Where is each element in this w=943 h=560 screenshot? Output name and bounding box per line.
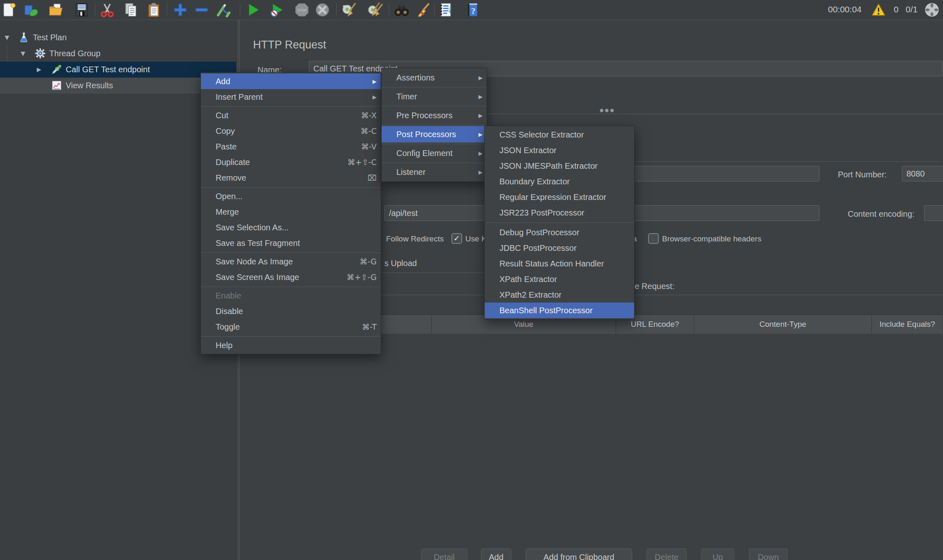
menu-item-label: JDBC PostProcessor — [499, 243, 630, 253]
tree-item-label: Test Plan — [33, 30, 67, 46]
delete-button[interactable]: Delete — [646, 549, 687, 560]
function-helper-icon[interactable] — [438, 2, 453, 18]
menu-item-label: Result Status Action Handler — [499, 259, 630, 269]
submenu-arrow-icon: ▶ — [478, 112, 483, 119]
menu-item-result-status-action-handler[interactable]: Result Status Action Handler — [485, 256, 634, 271]
files-upload-tab[interactable]: s Upload — [384, 259, 417, 268]
tree-item-test-plan[interactable]: ▼Test Plan — [0, 30, 236, 46]
menu-add-submenu: Assertions▶Timer▶Pre Processors▶Post Pro… — [381, 68, 487, 182]
menu-item-remove[interactable]: Remove⌧ — [201, 170, 381, 186]
menu-item-insert-parent[interactable]: Insert Parent▶ — [201, 89, 381, 105]
start-icon[interactable] — [246, 2, 261, 18]
menu-item-regular-expression-extractor[interactable]: Regular Expression Extractor — [485, 189, 634, 205]
menu-context: Add▶Insert Parent▶Cut⌘-XCopy⌘-CPaste⌘-VD… — [200, 72, 381, 354]
menu-item-beanshell-postprocessor[interactable]: BeanShell PostProcessor — [485, 303, 634, 318]
splitter-collapse-handle[interactable]: ●●● — [600, 108, 615, 113]
search-icon[interactable] — [394, 2, 409, 18]
menu-item-xpath-extractor[interactable]: XPath Extractor — [485, 271, 634, 287]
port-number-field[interactable]: 8080 — [902, 166, 943, 181]
new-file-icon[interactable] — [1, 2, 16, 18]
tree-expand-arrow-icon[interactable]: ▶ — [34, 62, 44, 78]
menu-item-xpath2-extractor[interactable]: XPath2 Extractor — [485, 287, 634, 303]
tab-underline — [382, 273, 485, 273]
menu-item-label: JSON JMESPath Extractor — [499, 161, 630, 171]
menu-item-post-processors[interactable]: Post Processors▶ — [382, 126, 487, 142]
test-state-indicator-icon[interactable] — [924, 2, 940, 18]
content-encoding-field[interactable] — [924, 205, 943, 221]
menu-item-debug-postprocessor[interactable]: Debug PostProcessor — [485, 225, 634, 240]
menu-item-save-screen-as-image[interactable]: Save Screen As Image⌘+⇧-G — [201, 269, 381, 285]
param-header-include-equals[interactable]: Include Equals? — [872, 315, 943, 334]
warning-count[interactable]: 0 — [894, 5, 899, 14]
menu-item-boundary-extractor[interactable]: Boundary Extractor — [485, 174, 634, 189]
menu-item-open[interactable]: Open... — [201, 188, 381, 204]
clear-all-icon[interactable] — [367, 2, 383, 18]
up-button[interactable]: Up — [701, 549, 734, 560]
detail-button[interactable]: Detail — [421, 549, 467, 560]
menu-item-save-selection-as[interactable]: Save Selection As... — [201, 220, 381, 235]
copy-icon[interactable] — [123, 2, 139, 18]
menu-item-save-as-test-fragment[interactable]: Save as Test Fragment — [201, 235, 381, 251]
menu-item-json-jmespath-extractor[interactable]: JSON JMESPath Extractor — [485, 158, 634, 174]
save-icon[interactable] — [74, 2, 90, 18]
menu-item-enable[interactable]: Enable — [201, 288, 381, 303]
menu-item-toggle[interactable]: Toggle⌘-T — [201, 319, 381, 335]
browser-compatible-headers-checkbox[interactable] — [648, 233, 659, 244]
submenu-arrow-icon: ▶ — [373, 78, 377, 85]
menu-item-assertions[interactable]: Assertions▶ — [382, 69, 487, 86]
menu-item-label: Config Element — [396, 149, 474, 158]
open-file-icon[interactable] — [48, 2, 64, 18]
clear-search-icon[interactable] — [415, 2, 431, 18]
jmeter-window: 00:00:04 0 0/1 STOP? ▼Test Plan▼Thread G… — [0, 0, 943, 560]
menu-item-label: Regular Expression Extractor — [499, 193, 630, 202]
menu-item-label: Open... — [216, 192, 377, 201]
add-button[interactable]: Add — [481, 549, 511, 560]
remove-element-icon[interactable] — [194, 2, 209, 18]
warning-indicator-icon[interactable] — [871, 2, 886, 17]
add-element-icon[interactable] — [172, 2, 188, 18]
menu-post-processors-submenu: CSS Selector ExtractorJSON ExtractorJSON… — [484, 126, 635, 319]
menu-item-css-selector-extractor[interactable]: CSS Selector Extractor — [485, 127, 634, 142]
browser-compatible-headers-label: Browser-compatible headers — [662, 234, 761, 243]
shutdown-icon[interactable] — [315, 2, 330, 18]
add-from-clipboard-button[interactable]: Add from Clipboard — [526, 549, 632, 560]
menu-item-label: BeanShell PostProcessor — [499, 306, 630, 315]
templates-icon[interactable] — [23, 2, 39, 18]
thread-group-icon — [34, 48, 46, 59]
menu-item-jdbc-postprocessor[interactable]: JDBC PostProcessor — [485, 240, 634, 256]
cut-icon[interactable] — [99, 2, 115, 18]
menu-item-duplicate[interactable]: Duplicate⌘+⇧-C — [201, 154, 381, 170]
stop-icon[interactable]: STOP — [294, 2, 310, 18]
menu-item-timer[interactable]: Timer▶ — [382, 88, 487, 105]
menu-item-jsr223-postprocessor[interactable]: JSR223 PostProcessor — [485, 205, 634, 220]
down-button[interactable]: Down — [749, 549, 788, 560]
tree-item-thread-group[interactable]: ▼Thread Group — [0, 46, 236, 62]
clear-icon[interactable] — [341, 2, 357, 18]
paste-icon[interactable] — [146, 2, 162, 18]
param-header-content-type[interactable]: Content-Type — [694, 315, 872, 334]
menu-item-json-extractor[interactable]: JSON Extractor — [485, 142, 634, 158]
submenu-arrow-icon: ▶ — [373, 94, 377, 100]
test-plan-icon — [18, 32, 30, 43]
menu-item-pre-processors[interactable]: Pre Processors▶ — [382, 107, 487, 124]
toggle-icon[interactable] — [216, 2, 231, 18]
tree-collapse-arrow-icon[interactable]: ▼ — [2, 30, 12, 46]
tree-item-label: Call GET Test endpoint — [66, 62, 150, 78]
menu-item-merge[interactable]: Merge — [201, 204, 381, 220]
menu-item-paste[interactable]: Paste⌘-V — [201, 139, 381, 154]
use-keepalive-checkbox[interactable] — [451, 233, 462, 244]
menu-item-help[interactable]: Help — [201, 337, 381, 353]
menu-item-listener[interactable]: Listener▶ — [382, 164, 487, 180]
threads-running-count: 0/1 — [906, 5, 918, 14]
start-no-pauses-icon[interactable] — [269, 2, 285, 18]
help-icon[interactable]: ? — [465, 2, 480, 18]
menu-item-cut[interactable]: Cut⌘-X — [201, 108, 381, 123]
menu-item-label: Pre Processors — [396, 111, 474, 120]
menu-item-disable[interactable]: Disable — [201, 303, 381, 319]
menu-item-save-node-as-image[interactable]: Save Node As Image⌘-G — [201, 254, 381, 269]
menu-item-copy[interactable]: Copy⌘-C — [201, 123, 381, 139]
menu-item-label: Save Node As Image — [216, 257, 350, 266]
menu-item-config-element[interactable]: Config Element▶ — [382, 145, 487, 161]
menu-item-add[interactable]: Add▶ — [201, 73, 381, 89]
tree-collapse-arrow-icon[interactable]: ▼ — [18, 46, 28, 62]
